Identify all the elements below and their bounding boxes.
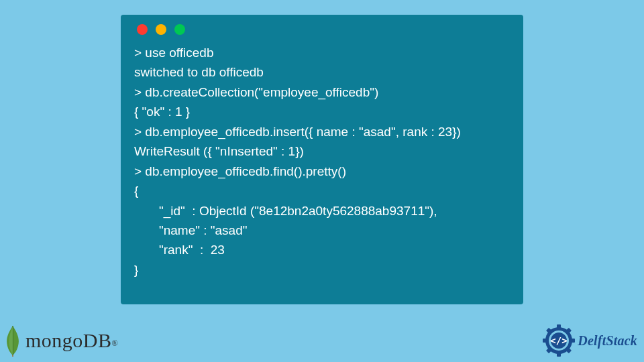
leaf-icon [4, 324, 21, 357]
svg-rect-3 [543, 339, 548, 343]
branding-row: mongoDB® [4, 324, 637, 357]
svg-rect-1 [557, 324, 561, 330]
svg-rect-2 [557, 351, 561, 357]
delftstack-wordmark: DelftStack [578, 333, 637, 349]
maximize-icon [174, 24, 185, 35]
close-icon [137, 24, 148, 35]
mongodb-logo: mongoDB® [4, 324, 118, 357]
mongodb-wordmark: mongoDB® [25, 329, 118, 352]
svg-text:</>: </> [551, 335, 568, 346]
terminal-output: > use officedb switched to db officedb >… [134, 43, 510, 280]
window-traffic-lights [134, 24, 510, 35]
gear-code-icon: </> [543, 324, 575, 357]
minimize-icon [156, 24, 166, 35]
delftstack-logo: </> DelftStack [543, 324, 637, 357]
svg-rect-4 [570, 339, 575, 343]
terminal-window: > use officedb switched to db officedb >… [121, 15, 523, 304]
